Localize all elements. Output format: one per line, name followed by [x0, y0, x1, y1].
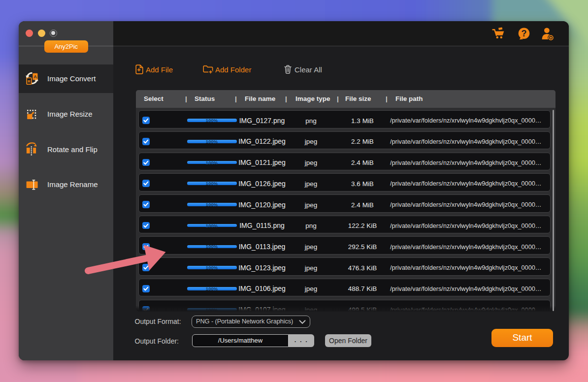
svg-text:?: ? — [522, 29, 527, 38]
svg-text:A: A — [33, 74, 37, 79]
svg-text:R: R — [28, 79, 31, 84]
